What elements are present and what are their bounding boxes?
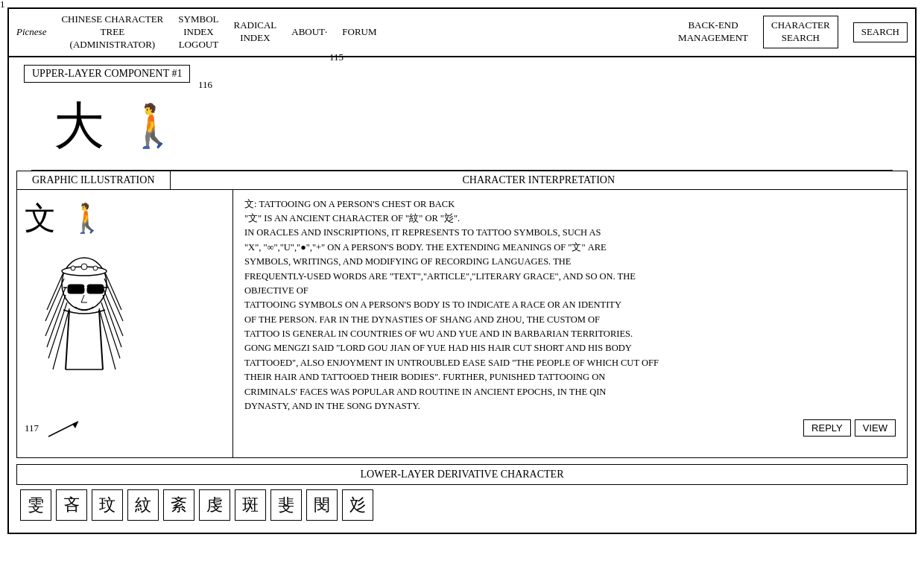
svg-line-1 [47, 273, 63, 310]
annotation-117: 117 [25, 422, 39, 434]
derivative-char-item[interactable]: 彣 [342, 489, 373, 521]
section-headers: GRAPHIC ILLUSTRATION CHARACTER INTERPRET… [16, 171, 908, 190]
main-content: 文 🚶 [16, 190, 908, 458]
navbar: Picnese CHINESE CHARACTER TREE (ADMINIST… [9, 9, 915, 57]
derivative-char-item[interactable]: 玟 [92, 489, 123, 521]
derivative-char-item[interactable]: 紋 [127, 489, 159, 521]
wen-char: 文 [25, 197, 56, 239]
reply-view-row: REPLY VIEW [244, 419, 896, 437]
character-interpretation-header: CHARACTER INTERPRETATION [171, 171, 908, 189]
nav-logo: Picnese [16, 26, 46, 39]
main-char: 大 [54, 92, 104, 160]
frame-label-11: 11 [0, 0, 5, 10]
interpretation-text: 文: TATTOOING ON A PERSON'S CHEST OR BACK… [244, 197, 896, 414]
svg-point-16 [93, 266, 98, 270]
graphic-panel: 文 🚶 [17, 190, 233, 457]
svg-line-9 [103, 288, 123, 336]
nav-search[interactable]: SEARCH [853, 22, 908, 42]
view-button[interactable]: VIEW [855, 419, 896, 437]
derivative-char-item[interactable]: 虔 [199, 489, 230, 521]
figure-char: 🚶 116 [127, 101, 179, 150]
derivative-char-item[interactable]: 雯 [20, 489, 51, 521]
char-display: 大 🚶 116 [24, 89, 900, 164]
svg-rect-18 [87, 285, 104, 294]
derivative-char-item[interactable]: 吝 [56, 489, 87, 521]
nav-backend[interactable]: BACK-END MANAGEMENT [678, 19, 748, 45]
nav-character-search[interactable]: CHARACTER SEARCH [763, 16, 838, 48]
annotation-arrow [41, 418, 86, 440]
reply-button[interactable]: REPLY [803, 419, 851, 437]
upper-layer-label: UPPER-LAYER COMPONENT #1 [24, 65, 190, 83]
nav-forum[interactable]: FORUM [342, 26, 376, 39]
annotation-116: 116 [198, 79, 212, 91]
nav-symbol-index[interactable]: SYMBOL INDEX LOGOUT [178, 13, 218, 51]
char-row: 文 🚶 [25, 197, 104, 239]
illustration-figure [25, 250, 144, 414]
nav-radical[interactable]: RADICAL INDEX [233, 19, 276, 45]
interpretation-panel: 文: TATTOOING ON A PERSON'S CHEST OR BACK… [233, 190, 907, 457]
svg-line-7 [105, 273, 121, 310]
nav-about[interactable]: ABOUT· [291, 26, 327, 39]
nav-chinese-tree[interactable]: CHINESE CHARACTER TREE (ADMINISTRATOR) [61, 13, 163, 51]
svg-point-14 [81, 264, 87, 270]
derivative-char-item[interactable]: 斑 [235, 489, 266, 521]
derivative-char-item[interactable]: 斐 [270, 489, 302, 521]
lower-layer-label: LOWER-LAYER DERIVATIVE CHARACTER [16, 464, 908, 485]
annotation-115: 115 [329, 51, 344, 63]
derivative-chars: 雯吝玟紋紊虔斑斐閔彣 [16, 489, 908, 527]
logo-text: Picnese [16, 26, 46, 39]
upper-layer-section: UPPER-LAYER COMPONENT #1 115 大 🚶 116 [9, 57, 915, 171]
svg-line-3 [45, 288, 66, 336]
graphic-illustration-header: GRAPHIC ILLUSTRATION [16, 171, 171, 189]
derivative-char-item[interactable]: 紊 [163, 489, 194, 521]
divider [31, 170, 893, 171]
lower-layer-section: LOWER-LAYER DERIVATIVE CHARACTER 雯吝玟紋紊虔斑… [16, 464, 908, 527]
stick-figure-char: 🚶 [69, 202, 104, 235]
svg-rect-17 [68, 285, 84, 294]
svg-point-15 [71, 266, 75, 270]
outer-frame: 11 Picnese CHINESE CHARACTER TREE (ADMIN… [7, 7, 917, 534]
derivative-char-item[interactable]: 閔 [306, 489, 338, 521]
